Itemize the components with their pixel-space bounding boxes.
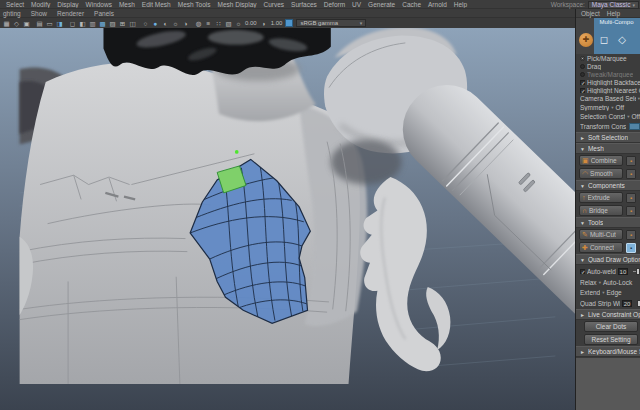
shortcuts-header[interactable]: ► Keyboard/Mouse Short: [576, 346, 640, 357]
image-plane-icon[interactable]: ◨: [55, 19, 64, 28]
menu-item[interactable]: Mesh Tools: [175, 1, 214, 8]
menu-item[interactable]: Curves: [261, 1, 288, 8]
panel-menu-item[interactable]: Renderer: [55, 10, 86, 17]
resolution-gate-icon[interactable]: ▩: [98, 19, 107, 28]
tool-button[interactable]: ▣ Combine: [579, 155, 623, 166]
select-camera-icon[interactable]: ◇: [12, 19, 21, 28]
tool-options-icon[interactable]: ▪: [626, 169, 636, 179]
quad-draw-options-header[interactable]: ▼ Quad Draw Options: [576, 254, 640, 265]
tool-options-icon[interactable]: ▪: [626, 230, 636, 240]
tool-button[interactable]: ✎ Multi-Cut: [579, 229, 623, 240]
wireframe-icon[interactable]: ○: [141, 19, 150, 28]
component-buttons: ↑ Extrude ▪ ∩ Bridge ▪: [576, 191, 640, 217]
2d-pan-zoom-icon[interactable]: ◻: [68, 19, 77, 28]
menu-item[interactable]: Cache: [399, 1, 424, 8]
gamma-value[interactable]: 1.00: [271, 20, 283, 26]
safe-action-icon[interactable]: ◫: [128, 19, 137, 28]
oversc an-icon[interactable]: ◧: [78, 19, 87, 28]
menu-item[interactable]: Edit Mesh: [139, 1, 174, 8]
components-section-header[interactable]: ▼ Components: [576, 180, 640, 191]
panel-menu-item[interactable]: Show: [29, 10, 49, 17]
reset-settings-button[interactable]: Reset Setting: [584, 334, 638, 345]
tool-options-icon[interactable]: ▪: [626, 193, 636, 203]
auto-weld-slider[interactable]: [633, 271, 637, 272]
menu-item[interactable]: Modify: [28, 1, 53, 8]
checkbox-icon[interactable]: ✓: [580, 269, 585, 274]
xray-icon[interactable]: ▧: [224, 19, 233, 28]
symmetry-row[interactable]: Symmetry ▾ Off: [576, 103, 640, 112]
tool-button[interactable]: ↑ Extrude: [579, 192, 623, 203]
clear-dots-button[interactable]: Clear Dots: [584, 321, 638, 332]
lock-camera-icon[interactable]: ▣: [22, 19, 31, 28]
quad-strip-width-value[interactable]: 20: [622, 300, 632, 307]
checkbox-row[interactable]: ✓ Highlight Nearest Comp: [576, 86, 640, 94]
view-transform-dropdown[interactable]: sRGB gamma ▾: [296, 19, 366, 27]
extend-row[interactable]: Extend ▾ Edge: [576, 287, 640, 297]
radio-row[interactable]: Pick/Marquee: [576, 54, 640, 62]
exposure-value[interactable]: 0.00: [245, 20, 257, 26]
live-constraint-options-header[interactable]: ► Live Constraint Options: [576, 309, 640, 320]
menu-item[interactable]: Windows: [83, 1, 115, 8]
film-gate-icon[interactable]: ▥: [88, 19, 97, 28]
toolkit-menu-item[interactable]: Help: [607, 10, 620, 17]
quad-strip-width-row[interactable]: Quad Strip Width: 20: [576, 297, 640, 309]
motion-blur-icon[interactable]: ≡: [204, 19, 213, 28]
tool-icon: ✎: [582, 230, 588, 239]
tool-options-icon[interactable]: ▪: [626, 206, 636, 216]
soft-selection-label: Soft Selection: [588, 134, 628, 141]
mesh-section-header[interactable]: ▼ Mesh: [576, 143, 640, 154]
checkbox-row[interactable]: ✓ Highlight Backfaces: [576, 78, 640, 86]
tool-button[interactable]: ∩ Bridge: [579, 205, 623, 216]
snap-grid-icon[interactable]: ▦: [2, 19, 11, 28]
diamond-select-icon[interactable]: ◇: [615, 33, 629, 47]
viewport-3d[interactable]: [0, 28, 575, 410]
multi-component-orb-icon[interactable]: ✚: [579, 33, 593, 47]
soft-selection-header[interactable]: ► Soft Selection: [576, 132, 640, 143]
selection-constraint-row[interactable]: Selection Constraint ▾ Off: [576, 112, 640, 121]
ao-icon[interactable]: ◍: [194, 19, 203, 28]
color-management-toggle[interactable]: [285, 19, 293, 27]
workspace-selector[interactable]: Maya Classic ▾: [588, 1, 639, 9]
menu-item[interactable]: Help: [451, 1, 470, 8]
gate-mask-icon[interactable]: ▨: [108, 19, 117, 28]
shaded-icon[interactable]: ●: [151, 19, 160, 28]
camera-attributes-icon[interactable]: ▤: [35, 19, 44, 28]
radio-row[interactable]: Drag: [576, 62, 640, 70]
marquee-select-icon[interactable]: ◻: [597, 33, 611, 47]
active-vertex-dot: [235, 150, 239, 154]
radio-row[interactable]: Tweak/Marquee: [576, 70, 640, 78]
expanded-triangle-icon: ▼: [580, 183, 585, 189]
tool-options-icon[interactable]: ▪: [626, 243, 636, 253]
tool-button[interactable]: ◠ Smooth: [579, 168, 623, 179]
tool-button[interactable]: ✚ Connect: [579, 242, 623, 253]
panel-menu-item[interactable]: ghting: [1, 10, 23, 17]
menu-item[interactable]: Surfaces: [288, 1, 320, 8]
menu-item[interactable]: Mesh: [116, 1, 138, 8]
tools-section-header[interactable]: ▼ Tools: [576, 217, 640, 228]
tool-button-row: ✚ Connect ▪: [576, 241, 640, 254]
textured-icon[interactable]: ◐: [161, 19, 170, 28]
lights-icon[interactable]: ☼: [171, 19, 180, 28]
transform-constraint-dropdown[interactable]: [629, 123, 640, 130]
auto-weld-value[interactable]: 10: [618, 268, 628, 275]
multisample-icon[interactable]: ∷: [214, 19, 223, 28]
field-chart-icon[interactable]: ⊞: [118, 19, 127, 28]
menu-item[interactable]: Mesh Display: [215, 1, 260, 8]
menu-item[interactable]: Display: [54, 1, 81, 8]
relax-row[interactable]: Relax ▾ Auto-Lock: [576, 277, 640, 287]
auto-weld-row[interactable]: ✓ Auto-weld 10: [576, 265, 640, 277]
toolkit-menu-item[interactable]: Object: [581, 10, 600, 17]
menu-item[interactable]: Deform: [321, 1, 348, 8]
menu-item[interactable]: Generate: [365, 1, 398, 8]
gamma-icon[interactable]: ◗: [260, 19, 269, 28]
menu-item[interactable]: UV: [349, 1, 364, 8]
panel-menu-item[interactable]: Panels: [92, 10, 116, 17]
camera-based-selection-row[interactable]: Camera Based Selection ▾: [576, 94, 640, 103]
bookmarks-icon[interactable]: ▭: [45, 19, 54, 28]
shadows-icon[interactable]: ◑: [181, 19, 190, 28]
tool-options-icon[interactable]: ▪: [626, 156, 636, 166]
exposure-icon[interactable]: ☼: [234, 19, 243, 28]
menu-item[interactable]: Arnold: [425, 1, 450, 8]
menu-item[interactable]: Select: [3, 1, 27, 8]
transform-constraint-row[interactable]: Transform Constraint: [576, 121, 640, 132]
